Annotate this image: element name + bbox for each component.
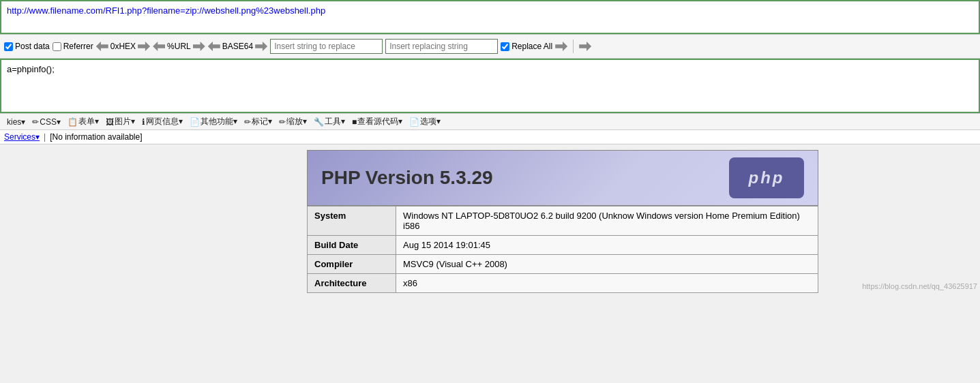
options-icon: 📄 [409, 117, 419, 127]
table-cell-label: Architecture [308, 274, 396, 293]
forms-label: 表单▾ [78, 116, 99, 127]
php-version-text: PHP Version 5.3.29 [321, 167, 493, 189]
images-item[interactable]: 🖼 图片▾ [103, 116, 138, 127]
base64-item: BASE64 [208, 42, 267, 51]
main-content: PHP Version 5.3.29 php SystemWindows NT … [0, 150, 980, 293]
services-bar: Services▾ | [No information available] [0, 130, 980, 144]
view-source-label: 查看源代码▾ [357, 116, 402, 127]
base64-arrow-right-icon [255, 42, 267, 51]
forms-item[interactable]: 📋 表单▾ [65, 116, 102, 127]
css-pencil-icon: ✏ [32, 117, 39, 127]
options-label: 选项▾ [420, 116, 441, 127]
images-icon: 🖼 [106, 117, 114, 127]
hex-arrow-right-icon [138, 42, 150, 51]
main-toolbar: Post data Referrer 0xHEX %URL BASE64 Rep… [0, 34, 980, 59]
other-label: 其他功能▾ [201, 116, 237, 127]
forms-icon: 📋 [68, 117, 78, 127]
post-data-item: Post data [4, 42, 50, 51]
table-cell-label: System [308, 206, 396, 236]
extra-arrow-right-icon [579, 42, 591, 51]
replace-all-label: Replace All [511, 42, 552, 51]
options-item[interactable]: 📄 选项▾ [406, 116, 443, 127]
table-cell-label: Build Date [308, 236, 396, 255]
replace-all-checkbox[interactable] [501, 42, 509, 51]
images-label: 图片▾ [115, 116, 135, 127]
url-bar[interactable]: http://www.filename.com/RFI1.php?filenam… [0, 0, 980, 34]
tools-item[interactable]: 🔧 工具▾ [311, 116, 348, 127]
watermark: https://blog.csdn.net/qq_43625917 [862, 282, 977, 290]
cookies-label: kies▾ [7, 117, 25, 127]
url-item: %URL [153, 42, 205, 51]
other-item[interactable]: 📄 其他功能▾ [187, 116, 240, 127]
url-arrow-left-icon [153, 42, 165, 51]
table-cell-label: Compiler [308, 255, 396, 274]
other-icon: 📄 [190, 117, 200, 127]
services-separator: | [44, 132, 46, 142]
table-cell-value: Aug 15 2014 19:01:45 [396, 236, 818, 255]
table-row: SystemWindows NT LAPTOP-5D8T0UO2 6.2 bui… [308, 206, 818, 236]
cookies-item[interactable]: kies▾ [4, 117, 28, 127]
tools-icon: 🔧 [314, 117, 324, 127]
pageinfo-item[interactable]: ℹ 网页信息▾ [139, 116, 185, 127]
zoom-pencil-icon: ✏ [279, 117, 286, 127]
table-row: Architecturex86 [308, 274, 818, 293]
hex-label: 0xHEX [110, 42, 136, 51]
services-link[interactable]: Services▾ [4, 132, 40, 142]
view-source-icon: ■ [352, 117, 357, 127]
post-data-label: Post data [15, 42, 50, 51]
php-logo-text: php [738, 163, 796, 193]
post-data-area[interactable]: a=phpinfo(); [0, 59, 980, 113]
url-text: http://www.filename.com/RFI1.php?filenam… [7, 5, 325, 16]
php-info-table: SystemWindows NT LAPTOP-5D8T0UO2 6.2 bui… [307, 206, 818, 293]
referrer-item: Referrer [53, 42, 93, 51]
css-label: CSS▾ [40, 117, 61, 127]
hex-item: 0xHEX [96, 42, 150, 51]
secondary-toolbar: kies▾ ✏ CSS▾ 📋 表单▾ 🖼 图片▾ ℹ 网页信息▾ 📄 其他功能▾… [0, 113, 980, 130]
services-info: [No information available] [50, 132, 142, 142]
pageinfo-icon: ℹ [142, 117, 145, 127]
mark-item[interactable]: ✏ 标记▾ [241, 116, 275, 127]
referrer-checkbox[interactable] [53, 42, 61, 51]
post-data-checkbox[interactable] [4, 42, 13, 51]
zoom-item[interactable]: ✏ 缩放▾ [276, 116, 310, 127]
view-source-item[interactable]: ■ 查看源代码▾ [349, 116, 405, 127]
mark-pencil-icon: ✏ [244, 117, 251, 127]
url-arrow-right-icon [193, 42, 205, 51]
pageinfo-label: 网页信息▾ [146, 116, 183, 127]
toolbar-separator [573, 40, 574, 53]
css-item[interactable]: ✏ CSS▾ [29, 117, 63, 127]
replace-all-item: Replace All [501, 42, 552, 51]
url-label: %URL [167, 42, 191, 51]
referrer-label: Referrer [63, 42, 93, 51]
base64-arrow-left-icon [208, 42, 220, 51]
table-cell-value: MSVC9 (Visual C++ 2008) [396, 255, 818, 274]
replace-arrow-right-icon [555, 42, 567, 51]
base64-label: BASE64 [222, 42, 253, 51]
hex-arrow-left-icon [96, 42, 108, 51]
table-row: Build DateAug 15 2014 19:01:45 [308, 236, 818, 255]
php-logo: php [729, 157, 804, 198]
table-row: CompilerMSVC9 (Visual C++ 2008) [308, 255, 818, 274]
insert-replacing-input[interactable] [385, 39, 498, 54]
zoom-label: 缩放▾ [286, 116, 307, 127]
insert-string-input[interactable] [270, 39, 383, 54]
tools-label: 工具▾ [325, 116, 345, 127]
post-data-value: a=phpinfo(); [7, 64, 55, 74]
table-cell-value: Windows NT LAPTOP-5D8T0UO2 6.2 build 920… [396, 206, 818, 236]
table-cell-value: x86 [396, 274, 818, 293]
php-panel: PHP Version 5.3.29 php SystemWindows NT … [307, 150, 818, 293]
php-header: PHP Version 5.3.29 php [307, 150, 818, 206]
mark-label: 标记▾ [252, 116, 272, 127]
